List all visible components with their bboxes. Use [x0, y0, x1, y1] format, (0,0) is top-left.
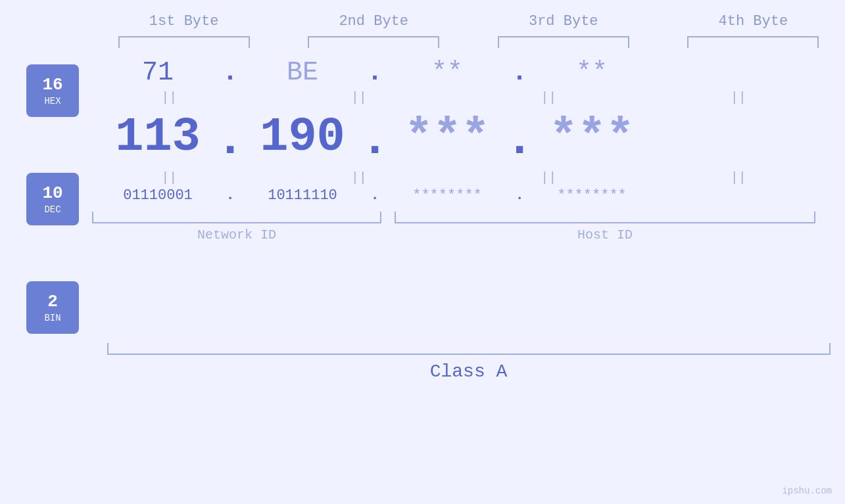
- byte-headers: 1st Byte 2nd Byte 3rd Byte 4th Byte: [107, 13, 831, 30]
- eq1-b3: ||: [483, 90, 614, 105]
- eq2-b1: ||: [103, 170, 235, 185]
- dec-b2: 190: [237, 110, 368, 164]
- byte-1-header: 1st Byte: [118, 13, 250, 30]
- dec-row: 113 . 190 . *** . ***: [92, 107, 815, 168]
- hex-b1: 71: [92, 58, 224, 87]
- hex-b3: **: [381, 58, 513, 87]
- bin-dot-1: .: [224, 187, 237, 204]
- dec-b4: ***: [526, 110, 658, 164]
- hex-dot-3: .: [513, 58, 526, 87]
- eq1-b4: ||: [673, 90, 804, 105]
- watermark: ipshu.com: [782, 486, 832, 496]
- badge-column: 16 HEX 10 DEC 2 BIN: [0, 58, 92, 334]
- bracket-top-4: [687, 36, 819, 48]
- bin-b3: ********: [381, 187, 513, 204]
- content-area: 16 HEX 10 DEC 2 BIN 71 . BE . ** . **: [0, 58, 845, 334]
- byte-4-header: 4th Byte: [687, 13, 819, 30]
- bracket-network: [92, 212, 381, 223]
- eq2-b3: ||: [483, 170, 614, 185]
- main-container: 1st Byte 2nd Byte 3rd Byte 4th Byte 16 H…: [0, 0, 845, 504]
- ip-display: 71 . BE . ** . ** || || || || 113: [92, 58, 845, 242]
- dec-dot-3: .: [513, 114, 526, 168]
- equals-row-1: || || || ||: [92, 87, 815, 107]
- host-id-label: Host ID: [395, 227, 815, 242]
- id-labels: Network ID Host ID: [92, 227, 815, 242]
- bin-b1: 01110001: [92, 187, 224, 204]
- dec-b3: ***: [381, 110, 513, 164]
- bracket-host: [395, 212, 815, 223]
- dec-dot-2: .: [368, 114, 381, 168]
- hex-b2: BE: [237, 58, 368, 87]
- hex-b4: **: [526, 58, 658, 87]
- dec-b1: 113: [92, 110, 224, 164]
- bin-row: 01110001 . 10111110 . ******** . *******…: [92, 187, 815, 204]
- bin-b2: 10111110: [237, 187, 368, 204]
- bracket-top-1: [118, 36, 250, 48]
- bin-dot-3: .: [513, 187, 526, 204]
- bracket-class-a: [107, 343, 831, 355]
- hex-badge: 16 HEX: [26, 64, 79, 117]
- bin-dot-2: .: [368, 187, 381, 204]
- byte-3-header: 3rd Byte: [498, 13, 629, 30]
- dec-dot-1: .: [224, 114, 237, 168]
- class-a-label: Class A: [107, 361, 831, 382]
- eq1-b1: ||: [103, 90, 235, 105]
- hex-dot-1: .: [224, 58, 237, 87]
- network-id-label: Network ID: [92, 227, 381, 242]
- eq2-b2: ||: [293, 170, 425, 185]
- dec-badge: 10 DEC: [26, 173, 79, 225]
- eq2-b4: ||: [673, 170, 804, 185]
- equals-row-2: || || || ||: [92, 168, 815, 187]
- bin-b4: ********: [526, 187, 658, 204]
- hex-row: 71 . BE . ** . **: [92, 58, 815, 87]
- byte-2-header: 2nd Byte: [308, 13, 439, 30]
- bracket-top-3: [498, 36, 629, 48]
- bin-badge: 2 BIN: [26, 281, 79, 334]
- bracket-top-2: [308, 36, 439, 48]
- bottom-brackets-container: [92, 212, 815, 223]
- eq1-b2: ||: [293, 90, 425, 105]
- hex-dot-2: .: [368, 58, 381, 87]
